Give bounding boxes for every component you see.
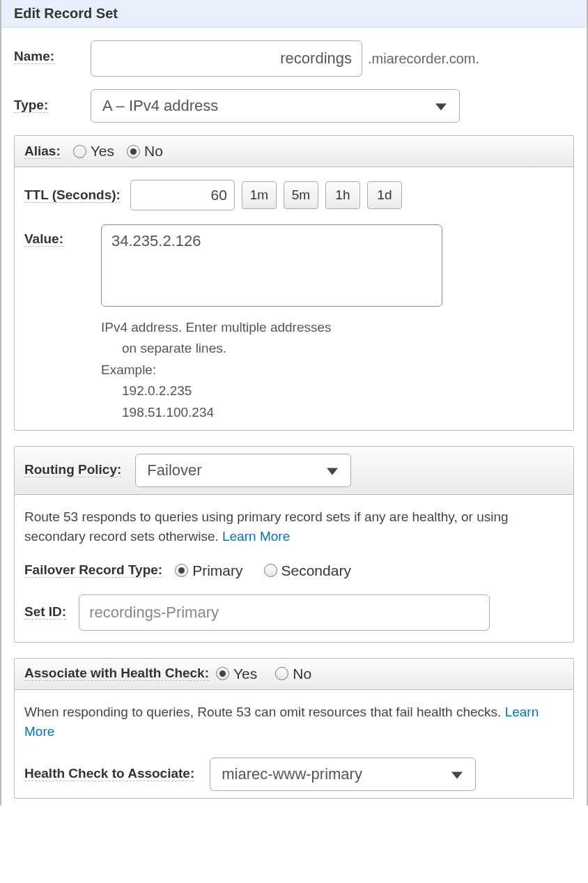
routing-subpanel: Routing Policy: Failover Route 53 respon… — [14, 446, 574, 643]
ttl-label: TTL (Seconds): — [24, 188, 121, 203]
health-description: When responding to queries, Route 53 can… — [24, 702, 564, 742]
health-check-assoc-row: Health Check to Associate: miarec-www-pr… — [24, 758, 564, 791]
health-no-radio[interactable]: No — [275, 666, 311, 682]
ttl-1m-button[interactable]: 1m — [242, 181, 277, 209]
routing-learn-more-link[interactable]: Learn More — [222, 529, 290, 544]
panel-body: Name: .miarecorder.com. Type: A – IPv4 a… — [1, 28, 587, 806]
failover-secondary-label: Secondary — [281, 562, 351, 579]
radio-icon — [275, 667, 288, 680]
alias-subpanel: Alias: Yes No TTL (Seconds): 1m 5m 1h — [14, 135, 574, 431]
routing-description: Route 53 responds to queries using prima… — [24, 507, 564, 547]
chevron-down-icon — [327, 468, 338, 475]
alias-yes-radio[interactable]: Yes — [73, 143, 114, 160]
health-check-assoc-label: Health Check to Associate: — [24, 767, 194, 781]
radio-icon — [127, 145, 140, 158]
name-input[interactable] — [91, 40, 362, 77]
domain-suffix: .miarecorder.com. — [368, 51, 479, 67]
type-selected-value: A – IPv4 address — [102, 97, 218, 115]
health-no-label: No — [293, 666, 311, 682]
name-row: Name: .miarecorder.com. — [14, 40, 574, 77]
failover-type-label: Failover Record Type: — [24, 563, 162, 578]
routing-policy-label: Routing Policy: — [24, 463, 121, 477]
value-row: Value: 34.235.2.126 IPv4 address. Enter … — [24, 224, 564, 423]
failover-primary-label: Primary — [192, 562, 242, 579]
alias-body: TTL (Seconds): 1m 5m 1h 1d Value: 34.235… — [15, 167, 573, 430]
ttl-input[interactable] — [130, 180, 235, 210]
alias-header: Alias: Yes No — [15, 136, 573, 167]
value-help-line2: on separate lines. — [101, 338, 564, 359]
type-row: Type: A – IPv4 address — [14, 89, 574, 123]
health-check-selected: miarec-www-primary — [222, 765, 362, 783]
ttl-1d-button[interactable]: 1d — [367, 181, 402, 209]
value-help: IPv4 address. Enter multiple addresses o… — [101, 317, 564, 423]
routing-body: Route 53 responds to queries using prima… — [15, 495, 573, 642]
routing-header: Routing Policy: Failover — [15, 447, 573, 495]
panel-title: Edit Record Set — [1, 0, 587, 28]
radio-icon — [73, 145, 86, 158]
alias-yes-label: Yes — [91, 143, 114, 160]
chevron-down-icon — [435, 104, 447, 111]
set-id-row: Set ID: — [24, 594, 564, 631]
alias-no-radio[interactable]: No — [127, 143, 163, 160]
value-help-line4: 192.0.2.235 — [101, 381, 564, 401]
value-label: Value: — [24, 232, 63, 247]
health-yes-radio[interactable]: Yes — [216, 666, 257, 682]
set-id-label: Set ID: — [24, 605, 66, 620]
name-label: Name: — [14, 49, 54, 64]
health-subpanel: Associate with Health Check: Yes No When… — [14, 658, 574, 799]
health-body: When responding to queries, Route 53 can… — [15, 690, 573, 798]
ttl-1h-button[interactable]: 1h — [325, 181, 360, 209]
failover-secondary-radio[interactable]: Secondary — [264, 562, 351, 579]
failover-primary-radio[interactable]: Primary — [175, 562, 242, 579]
health-desc-text: When responding to queries, Route 53 can… — [24, 705, 505, 719]
health-header: Associate with Health Check: Yes No — [15, 659, 573, 690]
edit-record-set-panel: Edit Record Set Name: .miarecorder.com. … — [0, 0, 588, 806]
value-help-line5: 198.51.100.234 — [101, 402, 564, 423]
ttl-row: TTL (Seconds): 1m 5m 1h 1d — [24, 180, 564, 210]
ttl-5m-button[interactable]: 5m — [284, 181, 318, 209]
health-check-select[interactable]: miarec-www-primary — [210, 758, 476, 791]
routing-policy-selected: Failover — [147, 461, 201, 479]
health-yes-label: Yes — [233, 666, 257, 682]
radio-icon — [175, 564, 188, 577]
radio-icon — [216, 667, 229, 680]
type-select[interactable]: A – IPv4 address — [91, 89, 460, 123]
alias-no-label: No — [144, 143, 163, 160]
radio-icon — [264, 564, 277, 577]
set-id-input[interactable] — [79, 594, 490, 631]
failover-type-row: Failover Record Type: Primary Secondary — [24, 562, 564, 579]
value-textarea[interactable]: 34.235.2.126 — [101, 224, 442, 307]
value-help-line3: Example: — [101, 360, 564, 381]
health-label: Associate with Health Check: — [24, 666, 209, 681]
type-label: Type: — [14, 98, 48, 113]
chevron-down-icon — [451, 771, 463, 778]
alias-label: Alias: — [24, 144, 61, 159]
value-help-line1: IPv4 address. Enter multiple addresses — [101, 317, 564, 338]
routing-policy-select[interactable]: Failover — [135, 454, 351, 487]
